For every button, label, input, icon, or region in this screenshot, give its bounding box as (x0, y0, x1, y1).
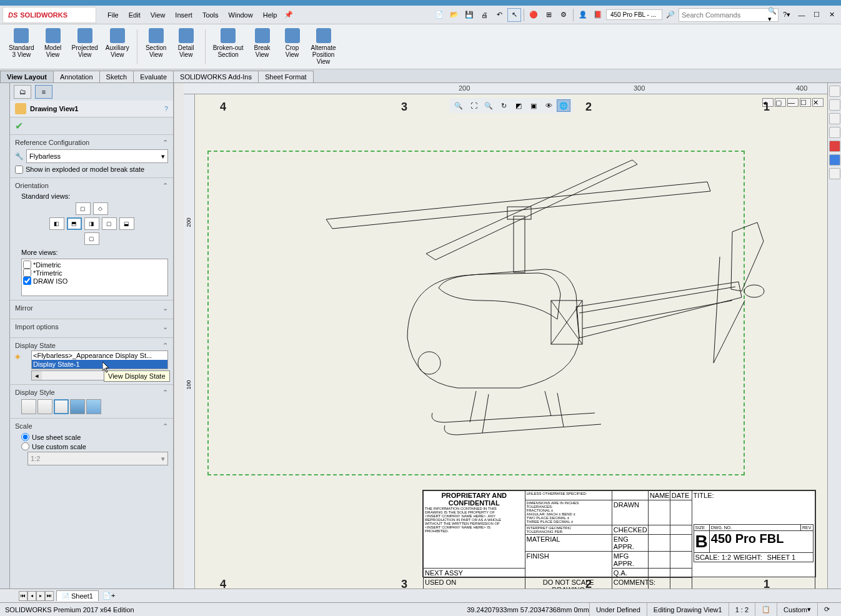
collapse-icon[interactable]: ⌃ (162, 389, 168, 397)
prev-sheet-icon[interactable]: ◂ (27, 591, 36, 601)
open-icon[interactable]: 📂 (447, 8, 461, 22)
tab-sheet-format[interactable]: Sheet Format (258, 71, 314, 82)
ok-icon[interactable]: ✔ (15, 121, 23, 131)
config-combo[interactable]: Flybarless▾ (26, 149, 168, 163)
search-commands[interactable]: 🔍▾ (679, 8, 779, 22)
collapse-icon[interactable]: ⌃ (162, 182, 168, 190)
ribbon-crop[interactable]: Crop View (277, 27, 307, 59)
view-top[interactable]: ⬒ (67, 217, 82, 230)
annotations-icon[interactable]: 📋 (755, 603, 777, 616)
help-icon[interactable]: ?▾ (780, 8, 794, 22)
menu-window[interactable]: Window (224, 9, 258, 21)
expand-icon[interactable]: ⌄ (162, 304, 168, 312)
chevron-down-icon[interactable]: ▾ (161, 152, 165, 161)
view-right[interactable]: ◨ (84, 217, 99, 230)
zoom-prev-icon[interactable]: 🔍 (482, 99, 495, 112)
style-shaded[interactable] (86, 399, 101, 414)
tab-sketch[interactable]: Sketch (99, 71, 134, 82)
ribbon-alt[interactable]: Alternate Position View (307, 27, 340, 66)
exploded-checkbox[interactable] (15, 166, 23, 174)
style-hidden-visible[interactable] (37, 399, 52, 414)
print-icon[interactable]: 🖨 (477, 8, 491, 22)
collapse-icon[interactable]: ⌃ (162, 342, 168, 350)
maximize-icon[interactable]: ☐ (810, 8, 824, 22)
drawing-canvas[interactable]: 200 100 ◂▢—☐✕ 🔍 ⛶ 🔍 ↻ ◩ ▣ 👁 🌐 4 3 2 (184, 94, 827, 589)
view-window-controls[interactable]: ◂▢—☐✕ (762, 98, 824, 107)
collapse-icon[interactable]: ⌃ (162, 422, 168, 430)
menu-edit[interactable]: Edit (124, 9, 146, 21)
more-view-item[interactable]: *Trimetric (23, 269, 166, 277)
settings-icon[interactable]: ⚙ (557, 8, 570, 22)
doc-icon[interactable]: 📕 (591, 8, 605, 22)
ribbon-proj[interactable]: Projected View (68, 27, 102, 59)
ribbon-std3[interactable]: Standard 3 View (5, 27, 38, 59)
undo-icon[interactable]: ↶ (492, 8, 506, 22)
more-view-item[interactable]: DRAW ISO (23, 277, 166, 285)
view-below[interactable]: ▢ (84, 232, 99, 245)
menu-file[interactable]: File (102, 9, 124, 21)
panel-scrollbar[interactable] (174, 83, 184, 589)
more-view-item[interactable]: *Dimetric (23, 261, 166, 269)
minimize-icon[interactable]: — (795, 8, 809, 22)
search-icon[interactable]: 🔍▾ (768, 7, 777, 23)
sheet-scale-radio[interactable] (21, 433, 29, 441)
tab-annotation[interactable]: Annotation (53, 71, 100, 82)
library-icon[interactable] (829, 113, 840, 124)
custom-icon[interactable] (829, 168, 840, 179)
ribbon-detail[interactable]: Detail View (171, 27, 201, 59)
ribbon-aux[interactable]: Auxiliary View (102, 27, 133, 59)
menu-tools[interactable]: Tools (197, 9, 224, 21)
more-views-list[interactable]: *Dimetric*TrimetricDRAW ISO (21, 259, 168, 296)
style-shaded-edges[interactable] (70, 399, 85, 414)
menu-help[interactable]: Help (258, 9, 282, 21)
more-view-checkbox[interactable] (23, 277, 31, 285)
menu-view[interactable]: View (146, 9, 171, 21)
appearance-icon[interactable]: 🌐 (557, 99, 570, 112)
last-sheet-icon[interactable]: ⏭ (45, 591, 54, 601)
ribbon-break[interactable]: Break View (247, 27, 277, 59)
zoom-fit-icon[interactable]: 🔍 (452, 99, 465, 112)
display-state-item-selected[interactable]: Display State-1 (32, 360, 167, 369)
menu-insert[interactable]: Insert (170, 9, 197, 21)
display-icon[interactable]: ▣ (527, 99, 540, 112)
ribbon-broken[interactable]: Broken-out Section (209, 27, 247, 59)
custom-scale-radio[interactable] (21, 442, 29, 450)
home-icon[interactable] (829, 86, 840, 97)
new-icon[interactable]: 📄 (432, 8, 446, 22)
search-toggle-icon[interactable]: 🔎 (664, 8, 677, 22)
collapse-icon[interactable]: ⌃ (162, 139, 168, 147)
resources-icon[interactable] (829, 99, 840, 111)
next-sheet-icon[interactable]: ▸ (36, 591, 45, 601)
user-icon[interactable]: 👤 (576, 8, 590, 22)
palette-icon[interactable] (829, 141, 840, 152)
view-iso[interactable]: ◇ (93, 202, 108, 215)
display-state-item[interactable]: <Flybarless>_Appearance Display St... (32, 351, 167, 360)
explorer-icon[interactable] (829, 127, 840, 138)
expand-icon[interactable]: ⌄ (162, 323, 168, 331)
style-wireframe[interactable] (21, 399, 36, 414)
style-hidden-removed[interactable] (54, 399, 69, 414)
select-icon[interactable]: ↖ (507, 8, 521, 22)
drawing-view[interactable] (282, 113, 770, 450)
property-mgr-tab[interactable]: ≡ (35, 85, 52, 99)
save-icon[interactable]: 💾 (462, 8, 476, 22)
scale-status[interactable]: 1 : 2 (729, 603, 755, 616)
hide-icon[interactable]: 👁 (542, 99, 555, 112)
panel-help-icon[interactable]: ? (164, 105, 168, 112)
add-sheet-icon[interactable]: 📄+ (99, 592, 119, 600)
more-view-checkbox[interactable] (23, 261, 31, 269)
display-state-list[interactable]: <Flybarless>_Appearance Display St... Di… (31, 350, 168, 369)
view-back[interactable]: ▢ (102, 217, 117, 230)
zoom-area-icon[interactable]: ⛶ (467, 99, 480, 112)
search-input[interactable] (682, 11, 768, 19)
feature-tree-tab[interactable]: 🗂 (14, 85, 31, 99)
close-icon[interactable]: ✕ (825, 8, 839, 22)
ribbon-model[interactable]: Model View (38, 27, 68, 59)
options-icon[interactable]: ⊞ (542, 8, 555, 22)
tab-evaluate[interactable]: Evaluate (133, 71, 174, 82)
more-view-checkbox[interactable] (23, 269, 31, 277)
section-icon[interactable]: ◩ (512, 99, 525, 112)
rotate-icon[interactable]: ↻ (497, 99, 510, 112)
sheet-tab[interactable]: 📄Sheet1 (56, 590, 99, 601)
scroll-left-icon[interactable]: ◂ (32, 371, 42, 380)
